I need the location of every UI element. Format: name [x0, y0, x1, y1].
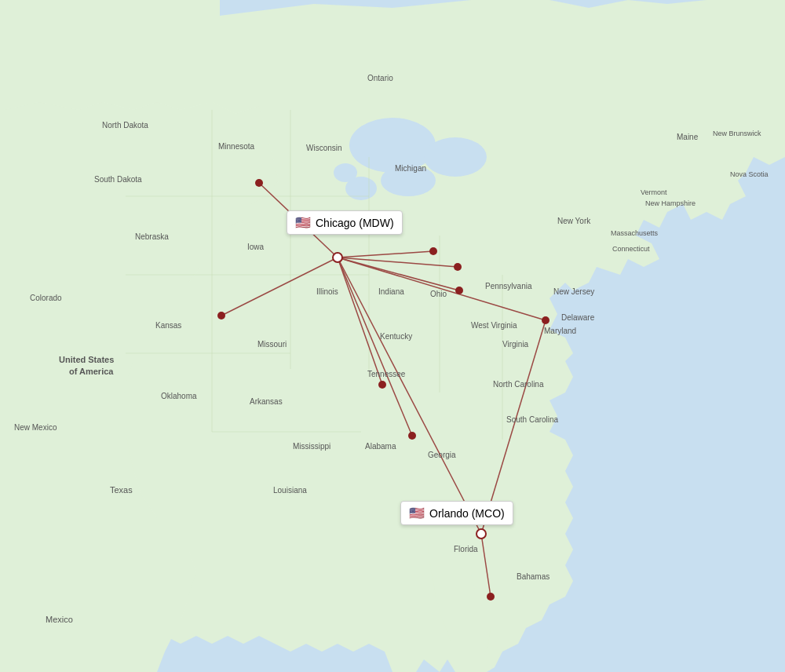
svg-point-36 — [487, 593, 495, 601]
svg-point-27 — [476, 529, 486, 539]
svg-text:Vermont: Vermont — [641, 188, 667, 196]
map-container: North Dakota South Dakota Minnesota Wisc… — [0, 0, 785, 672]
svg-text:Mexico: Mexico — [46, 615, 73, 624]
svg-text:Texas: Texas — [110, 485, 133, 495]
svg-text:New Jersey: New Jersey — [553, 287, 594, 296]
svg-text:Alabama: Alabama — [365, 442, 396, 451]
svg-text:Nova Scotia: Nova Scotia — [730, 170, 769, 178]
svg-text:Nebraska: Nebraska — [135, 232, 169, 241]
svg-text:Louisiana: Louisiana — [273, 486, 307, 495]
svg-point-28 — [255, 179, 263, 187]
svg-point-32 — [542, 316, 550, 324]
svg-text:New York: New York — [557, 217, 591, 225]
svg-text:Oklahoma: Oklahoma — [161, 392, 197, 400]
svg-text:Kentucky: Kentucky — [380, 332, 412, 341]
svg-text:Colorado: Colorado — [30, 294, 62, 302]
svg-point-5 — [334, 163, 357, 182]
svg-point-29 — [429, 247, 437, 255]
svg-text:Delaware: Delaware — [561, 313, 595, 322]
svg-text:North Dakota: North Dakota — [102, 121, 148, 130]
svg-text:Illinois: Illinois — [316, 287, 338, 296]
svg-point-34 — [378, 381, 386, 389]
svg-text:South Carolina: South Carolina — [506, 415, 559, 424]
svg-text:Bahamas: Bahamas — [517, 572, 550, 581]
svg-text:New Mexico: New Mexico — [14, 423, 57, 432]
map-svg: North Dakota South Dakota Minnesota Wisc… — [0, 0, 785, 672]
svg-text:Minnesota: Minnesota — [218, 142, 255, 151]
svg-text:Mississippi: Mississippi — [293, 442, 330, 451]
svg-text:Tennessee: Tennessee — [367, 370, 406, 378]
svg-text:Michigan: Michigan — [395, 164, 426, 173]
svg-text:Ontario: Ontario — [367, 74, 393, 82]
svg-point-2 — [424, 137, 487, 177]
svg-text:Indiana: Indiana — [378, 287, 404, 296]
svg-text:West Virginia: West Virginia — [471, 321, 517, 330]
svg-text:New Brunswick: New Brunswick — [713, 130, 761, 137]
svg-text:Arkansas: Arkansas — [250, 397, 283, 406]
svg-text:South Dakota: South Dakota — [94, 175, 142, 184]
svg-text:Wisconsin: Wisconsin — [306, 144, 342, 152]
svg-point-26 — [333, 253, 342, 262]
svg-text:Georgia: Georgia — [428, 451, 456, 459]
svg-text:North Carolina: North Carolina — [493, 380, 544, 389]
svg-text:Pennsylvania: Pennsylvania — [485, 282, 532, 290]
svg-text:Maine: Maine — [677, 133, 699, 141]
svg-text:Iowa: Iowa — [247, 243, 265, 251]
svg-point-33 — [217, 312, 225, 320]
svg-text:Virginia: Virginia — [502, 340, 529, 349]
svg-point-30 — [454, 263, 462, 271]
svg-text:Missouri: Missouri — [257, 340, 287, 349]
svg-point-35 — [408, 432, 416, 440]
svg-text:New Hampshire: New Hampshire — [645, 199, 696, 207]
svg-text:Massachusetts: Massachusetts — [611, 229, 659, 237]
svg-text:of America: of America — [69, 367, 114, 376]
svg-text:United States: United States — [59, 355, 114, 364]
svg-text:Maryland: Maryland — [544, 327, 576, 335]
svg-text:Florida: Florida — [454, 545, 478, 553]
svg-text:Ohio: Ohio — [430, 290, 447, 298]
svg-text:Connecticut: Connecticut — [612, 245, 650, 253]
svg-text:Kansas: Kansas — [155, 321, 181, 330]
svg-point-31 — [455, 287, 463, 294]
